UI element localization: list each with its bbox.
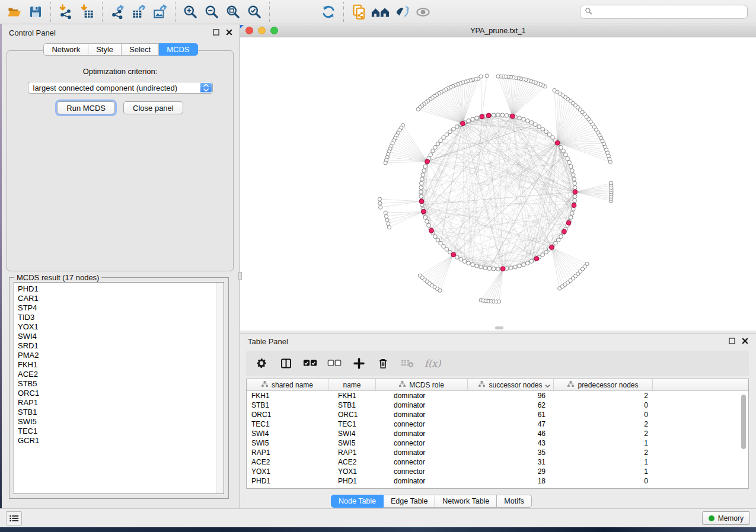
table-row[interactable]: ORC1ORC1dominator610 [247, 410, 748, 419]
split-divider-handle[interactable] [238, 272, 242, 280]
add-column-icon[interactable] [352, 356, 366, 370]
tab-select[interactable]: Select [122, 43, 159, 56]
home-icon[interactable] [371, 2, 390, 22]
export-network-icon[interactable] [108, 2, 127, 22]
search-input[interactable] [595, 8, 747, 16]
column-header-successor-nodes[interactable]: successor nodes [468, 379, 554, 390]
open-session-icon[interactable] [5, 2, 24, 22]
mcds-result-item[interactable]: YOX1 [18, 322, 224, 332]
toolbar-separator [343, 2, 344, 22]
mcds-result-item[interactable]: STB5 [18, 379, 224, 389]
table-vscrollbar[interactable] [740, 392, 747, 486]
hide-view-icon[interactable] [392, 2, 411, 22]
network-window-title: YPA_prune.txt_1 [470, 27, 526, 35]
mcds-result-item[interactable]: SWI5 [18, 417, 224, 427]
deselect-all-checkboxes-icon[interactable] [327, 356, 342, 370]
memory-status-icon [709, 515, 714, 521]
mcds-result-item[interactable]: PMA2 [18, 351, 224, 360]
select-all-checkboxes-icon[interactable] [303, 356, 317, 370]
column-header-MCDS-role[interactable]: MCDS role [376, 379, 468, 390]
mcds-result-item[interactable]: ORC1 [18, 389, 224, 398]
mcds-result-item[interactable]: RAP1 [18, 398, 224, 408]
import-table-icon[interactable] [78, 2, 97, 22]
tab-node-table[interactable]: Node Table [331, 495, 384, 508]
mcds-result-item[interactable]: STB1 [18, 408, 224, 417]
canvas-hscrollbar[interactable] [495, 326, 503, 329]
run-mcds-button[interactable]: Run MCDS [57, 101, 115, 114]
table-row[interactable]: TEC1TEC1connector472 [247, 419, 748, 429]
zoom-fit-icon[interactable] [224, 2, 243, 22]
tab-style[interactable]: Style [88, 43, 122, 56]
toolbar-separator [50, 2, 51, 22]
table-row[interactable]: YOX1YOX1connector291 [247, 467, 748, 476]
mcds-result-item[interactable]: ACE2 [18, 370, 224, 379]
search-field[interactable] [580, 5, 748, 19]
mcds-result-listbox[interactable]: PHD1CAR1STP4TID3YOX1SWI4SRD1PMA2FKH1ACE2… [14, 282, 224, 494]
close-panel-icon[interactable] [226, 28, 232, 37]
zoom-out-icon[interactable] [202, 2, 221, 22]
table-panel: Table Panel [240, 333, 756, 508]
mcds-result-item[interactable]: CAR1 [18, 294, 224, 303]
table-row[interactable]: STB1STB1dominator620 [247, 400, 748, 410]
apply-layout-icon[interactable] [319, 2, 338, 22]
zoom-selected-icon[interactable] [245, 2, 264, 22]
close-panel-button[interactable]: Close panel [123, 101, 183, 114]
tab-motifs[interactable]: Motifs [497, 495, 531, 508]
column-header-predecessor-nodes[interactable]: predecessor nodes [554, 379, 653, 390]
float-panel-icon[interactable] [213, 28, 219, 37]
import-network-icon[interactable] [56, 2, 75, 22]
table-row[interactable]: SWI5SWI5connector431 [247, 438, 748, 448]
mcds-result-item[interactable]: TEC1 [18, 427, 224, 436]
select-stepper-icon [200, 83, 212, 92]
mcds-result-list: PHD1CAR1STP4TID3YOX1SWI4SRD1PMA2FKH1ACE2… [14, 283, 224, 446]
network-view-window: YPA_prune.txt_1 [240, 25, 756, 331]
table-row[interactable]: PHD1PHD1dominator180 [247, 476, 748, 486]
delete-column-icon[interactable] [376, 356, 390, 370]
node-table-body: FKH1FKH1dominator962STB1STB1dominator620… [247, 391, 748, 486]
mcds-result-item[interactable]: TID3 [18, 313, 224, 322]
export-image-icon[interactable] [151, 2, 170, 22]
table-vscrollbar-thumb[interactable] [741, 395, 746, 449]
zoom-in-icon[interactable] [181, 2, 200, 22]
workspace: YPA_prune.txt_1 Table Panel [240, 24, 756, 508]
tab-network[interactable]: Network [43, 43, 88, 56]
network-file-icon[interactable] [349, 2, 368, 22]
mcds-list-scrollbar[interactable] [216, 283, 223, 493]
sort-chevron-icon[interactable] [545, 382, 550, 390]
mcds-result-item[interactable]: SWI4 [18, 332, 224, 341]
task-history-button[interactable] [6, 511, 22, 525]
mcds-result-item[interactable]: GCR1 [18, 436, 224, 446]
table-row[interactable]: SWI4SWI4dominator462 [247, 429, 748, 438]
window-controls [245, 27, 278, 34]
table-settings-gear-icon[interactable] [254, 356, 269, 370]
toggle-columns-icon[interactable] [279, 356, 293, 370]
network-canvas[interactable] [240, 37, 756, 331]
network-window-titlebar[interactable]: YPA_prune.txt_1 [240, 25, 756, 37]
table-row[interactable]: FKH1FKH1dominator962 [247, 391, 748, 400]
minimize-window-icon[interactable] [258, 27, 266, 34]
show-view-icon[interactable] [413, 2, 432, 22]
node-table[interactable]: shared namenameMCDS rolesuccessor nodesp… [246, 379, 749, 489]
float-table-panel-icon[interactable] [729, 337, 735, 346]
table-row[interactable]: RAP1RAP1dominator352 [247, 448, 748, 457]
mcds-result-item[interactable]: FKH1 [18, 360, 224, 370]
table-row[interactable]: ACE2ACE2connector311 [247, 457, 748, 467]
close-window-icon[interactable] [245, 27, 253, 34]
close-table-panel-icon[interactable] [742, 337, 748, 346]
memory-button[interactable]: Memory [702, 511, 750, 525]
column-header-shared-name[interactable]: shared name [247, 379, 328, 390]
maximize-window-icon[interactable] [270, 27, 278, 34]
tab-edge-table[interactable]: Edge Table [384, 495, 435, 508]
save-session-icon[interactable] [26, 2, 45, 22]
mcds-result-item[interactable]: PHD1 [18, 284, 224, 294]
tab-mcds[interactable]: MCDS [159, 43, 197, 56]
network-graph[interactable] [240, 37, 756, 331]
tab-network-table[interactable]: Network Table [435, 495, 497, 508]
optimization-criterion-select[interactable]: largest connected component (undirected) [28, 82, 213, 94]
mcds-result-item[interactable]: STP4 [18, 303, 224, 313]
mcds-result-item[interactable]: SRD1 [18, 341, 224, 351]
export-table-icon[interactable] [129, 2, 148, 22]
mcds-tab-panel: Optimization criterion: largest connecte… [7, 50, 234, 271]
column-header-name[interactable]: name [328, 379, 376, 390]
optimization-criterion-value: largest connected component (undirected) [33, 84, 178, 92]
